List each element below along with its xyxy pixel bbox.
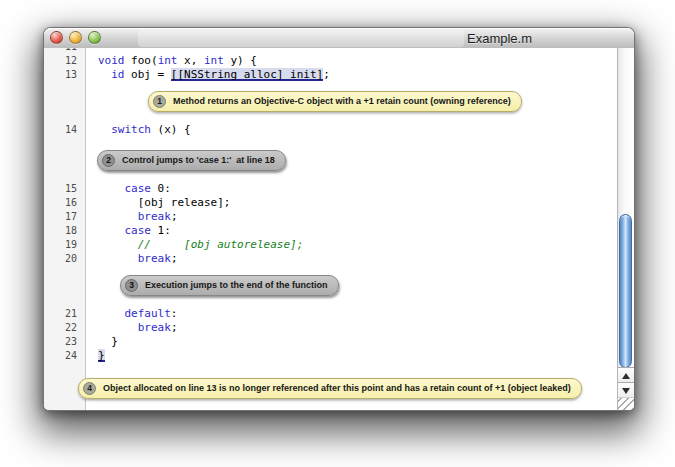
code-text: // [obj autorelease]; — [86, 238, 303, 252]
code-text: break; — [86, 321, 178, 335]
bubble-text: Control jumps to 'case 1:' at line 18 — [122, 155, 275, 165]
bubble-text: Method returns an Objective-C object wit… — [173, 96, 511, 106]
analyzer-bubble-4: 4Object allocated on line 13 is no longe… — [78, 378, 582, 399]
scrollbar-thumb[interactable] — [619, 214, 632, 368]
triangle-down-icon — [622, 388, 630, 394]
line-number: 22 — [44, 321, 86, 335]
window: Example.m 1112void foo(int x, int y) {13… — [43, 27, 635, 411]
resize-grip-icon[interactable] — [618, 397, 634, 410]
close-button[interactable] — [50, 31, 63, 44]
code-line: 12void foo(int x, int y) { — [44, 54, 617, 68]
code-text: break; — [86, 252, 178, 266]
editor-content[interactable]: 1112void foo(int x, int y) {13 id obj = … — [44, 48, 634, 410]
code-text: } — [86, 349, 105, 363]
code-line: 19 // [obj autorelease]; — [44, 238, 617, 252]
line-number: 14 — [44, 123, 86, 137]
bubble-text: Execution jumps to the end of the functi… — [145, 280, 328, 290]
traffic-lights — [50, 31, 101, 44]
analyzer-bubble-3: 3Execution jumps to the end of the funct… — [120, 275, 339, 296]
bubble-text: Object allocated on line 13 is no longer… — [103, 383, 571, 393]
analyzer-bubble-row: 4Object allocated on line 13 is no longe… — [44, 377, 617, 398]
code-text: case 0: — [86, 182, 171, 196]
code-line: 24} — [44, 349, 617, 363]
window-title: Example.m — [467, 31, 532, 46]
code-text: switch (x) { — [86, 123, 191, 137]
code-text: } — [86, 335, 118, 349]
code-line: 15 case 0: — [44, 182, 617, 196]
code-line: 21 default: — [44, 307, 617, 321]
line-number: 18 — [44, 224, 86, 238]
analyzer-bubble-row: 2Control jumps to 'case 1:' at line 18 — [44, 149, 617, 170]
line-number: 16 — [44, 196, 86, 210]
line-number: 15 — [44, 182, 86, 196]
code-text: break; — [86, 210, 178, 224]
analyzer-bubble-2: 2Control jumps to 'case 1:' at line 18 — [97, 150, 286, 171]
line-number: 21 — [44, 307, 86, 321]
line-number: 19 — [44, 238, 86, 252]
code-text: [obj release]; — [86, 196, 230, 210]
titlebar-inset — [138, 30, 464, 47]
triangle-up-icon — [622, 373, 630, 379]
analyzer-bubble-row: 3Execution jumps to the end of the funct… — [44, 274, 617, 295]
scroll-down-button[interactable] — [618, 382, 634, 398]
code-line: 18 case 1: — [44, 224, 617, 238]
line-number: 12 — [44, 54, 86, 68]
bubble-step-badge: 2 — [102, 154, 115, 167]
bubble-step-badge: 3 — [125, 279, 138, 292]
code-line: 14 switch (x) { — [44, 123, 617, 137]
code-text: void foo(int x, int y) { — [86, 54, 257, 68]
code-line: 17 break; — [44, 210, 617, 224]
scroll-up-button[interactable] — [618, 367, 634, 383]
code-line: 20 break; — [44, 252, 617, 266]
code-line: 22 break; — [44, 321, 617, 335]
line-number: 23 — [44, 335, 86, 349]
titlebar[interactable]: Example.m — [44, 28, 634, 49]
code-line: 16 [obj release]; — [44, 196, 617, 210]
analyzer-bubble-row: 1Method returns an Objective-C object wi… — [44, 90, 617, 111]
line-number: 20 — [44, 252, 86, 266]
bubble-step-badge: 4 — [83, 382, 96, 395]
code-text: id obj = [[NSString alloc] init]; — [86, 68, 330, 82]
line-number: 17 — [44, 210, 86, 224]
zoom-button[interactable] — [88, 31, 101, 44]
code-text: default: — [86, 307, 177, 321]
line-number: 13 — [44, 68, 86, 82]
analyzer-bubble-1: 1Method returns an Objective-C object wi… — [148, 91, 522, 112]
code-line: 23 } — [44, 335, 617, 349]
code-line: 13 id obj = [[NSString alloc] init]; — [44, 68, 617, 82]
bubble-step-badge: 1 — [153, 95, 166, 108]
code-text: case 1: — [86, 224, 171, 238]
vertical-scrollbar[interactable] — [617, 48, 634, 410]
code-rows: 1112void foo(int x, int y) {13 id obj = … — [44, 48, 617, 398]
line-number: 24 — [44, 349, 86, 363]
minimize-button[interactable] — [69, 31, 82, 44]
